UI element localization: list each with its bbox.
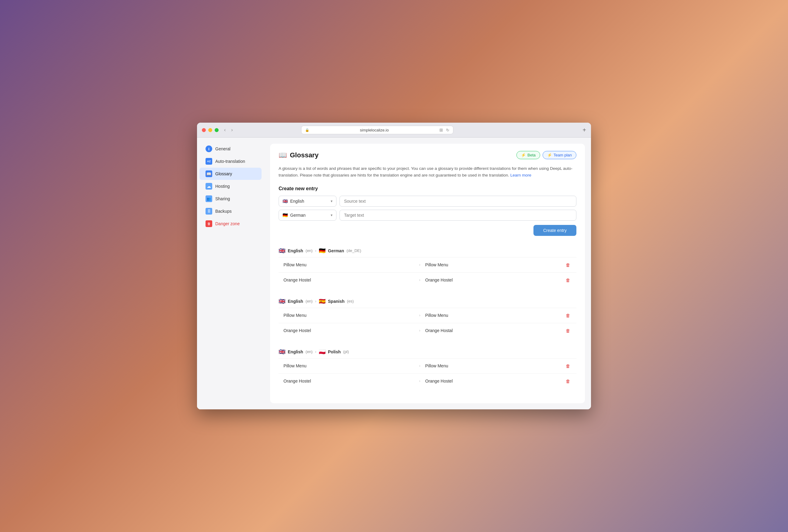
- entry-target-1-1: Orange Hostal: [425, 328, 561, 333]
- target-text-input[interactable]: [339, 210, 576, 221]
- entry-row-1-0: Pillow Menu › Pillow Menu 🗑: [279, 308, 576, 323]
- sidebar-label-hosting: Hosting: [215, 184, 230, 189]
- sidebar-item-sharing[interactable]: 👥 Sharing: [199, 193, 261, 205]
- source-text-input[interactable]: [339, 196, 576, 207]
- source-chevron-icon: ▾: [331, 199, 333, 203]
- target-chevron-icon: ▾: [331, 213, 333, 217]
- delete-entry-button-0-0[interactable]: 🗑: [565, 261, 572, 269]
- source-lang-name-0: English: [288, 248, 303, 253]
- entry-target-0-1: Orange Hostel: [425, 278, 561, 283]
- new-tab-button[interactable]: +: [583, 127, 586, 134]
- target-language-select[interactable]: 🇩🇪 German ▾: [279, 210, 336, 221]
- sidebar-item-general[interactable]: i General: [199, 143, 261, 155]
- entry-row-2-0: Pillow Menu › Pillow Menu 🗑: [279, 358, 576, 373]
- source-flag-0: 🇬🇧: [279, 247, 285, 254]
- entry-arrow-1-1: ›: [419, 328, 420, 333]
- entry-arrow-0-0: ›: [419, 263, 420, 267]
- delete-entry-button-2-1[interactable]: 🗑: [565, 377, 572, 385]
- sidebar-label-auto-translation: Auto-translation: [215, 159, 245, 164]
- sidebar-label-sharing: Sharing: [215, 196, 230, 201]
- source-language-label: English: [290, 199, 304, 204]
- source-lang-code-0: (en): [306, 248, 313, 253]
- sidebar-item-danger-zone[interactable]: 🗑 Danger zone: [199, 218, 261, 230]
- entry-source-2-1: Orange Hostel: [283, 378, 419, 384]
- entry-arrow-2-0: ›: [419, 364, 420, 368]
- pair-header-0: 🇬🇧 English (en) › 🇩🇪 German (de_DE): [279, 244, 576, 257]
- source-language-select[interactable]: 🇬🇧 English ▾: [279, 196, 336, 207]
- team-icon: ⚡: [547, 153, 552, 157]
- glossary-pair-0: 🇬🇧 English (en) › 🇩🇪 German (de_DE) Pill…: [279, 244, 576, 288]
- target-flag: 🇩🇪: [282, 213, 288, 218]
- delete-entry-button-1-0[interactable]: 🗑: [565, 312, 572, 319]
- main-content: 📖 Glossary ⚡ Beta ⚡ Team plan: [264, 138, 591, 409]
- entry-source-2-0: Pillow Menu: [283, 363, 419, 368]
- page-icon: 📖: [279, 151, 287, 159]
- nav-buttons: ‹ ›: [222, 127, 235, 133]
- entry-target-1-0: Pillow Menu: [425, 313, 561, 318]
- target-lang-name-0: German: [328, 248, 344, 253]
- maximize-button[interactable]: [215, 128, 219, 132]
- traffic-lights: [202, 128, 219, 132]
- entry-row-0-0: Pillow Menu › Pillow Menu 🗑: [279, 257, 576, 272]
- target-row: 🇩🇪 German ▾: [279, 210, 576, 221]
- sidebar-item-hosting[interactable]: ☁ Hosting: [199, 180, 261, 192]
- source-flag-2: 🇬🇧: [279, 348, 285, 355]
- minimize-button[interactable]: [208, 128, 212, 132]
- entry-target-2-0: Pillow Menu: [425, 363, 561, 368]
- page-title: Glossary: [290, 151, 318, 159]
- backups-icon: 🗄: [205, 208, 212, 214]
- entry-source-0-0: Pillow Menu: [283, 262, 419, 267]
- source-lang-code-1: (en): [306, 299, 313, 303]
- entry-row-2-1: Orange Hostel › Orange Hostel 🗑: [279, 373, 576, 389]
- translate-icon: ⊞: [439, 127, 443, 132]
- lock-icon: 🔒: [305, 128, 309, 132]
- sidebar-label-general: General: [215, 146, 231, 151]
- entry-target-0-0: Pillow Menu: [425, 262, 561, 267]
- hosting-icon: ☁: [205, 183, 212, 190]
- arrow-icon-2: ›: [315, 349, 316, 354]
- page-title-group: 📖 Glossary: [279, 151, 318, 159]
- danger-icon: 🗑: [205, 220, 212, 227]
- delete-entry-button-0-1[interactable]: 🗑: [565, 277, 572, 284]
- create-entry-button[interactable]: Create entry: [533, 225, 576, 236]
- refresh-icon[interactable]: ↻: [446, 128, 449, 132]
- delete-entry-button-1-1[interactable]: 🗑: [565, 327, 572, 334]
- auto-translation-icon: AZ: [205, 158, 212, 165]
- target-lang-code-0: (de_DE): [347, 248, 361, 253]
- url-text: simplelocalize.io: [311, 128, 437, 132]
- learn-more-link[interactable]: Learn more: [510, 173, 531, 178]
- close-button[interactable]: [202, 128, 206, 132]
- target-flag-0: 🇩🇪: [319, 247, 326, 254]
- sharing-icon: 👥: [205, 196, 212, 202]
- sidebar-item-auto-translation[interactable]: AZ Auto-translation: [199, 155, 261, 167]
- entry-source-0-1: Orange Hostel: [283, 278, 419, 283]
- beta-icon: ⚡: [521, 153, 526, 157]
- sidebar-label-danger-zone: Danger zone: [215, 221, 240, 226]
- sidebar-item-backups[interactable]: 🗄 Backups: [199, 205, 261, 217]
- source-lang-code-2: (en): [306, 349, 313, 354]
- address-bar[interactable]: 🔒 simplelocalize.io ⊞ ↻: [301, 126, 453, 134]
- entry-row-1-1: Orange Hostel › Orange Hostal 🗑: [279, 323, 576, 338]
- sidebar-item-glossary[interactable]: 📖 Glossary: [199, 168, 261, 180]
- entry-source-1-1: Orange Hostel: [283, 328, 419, 333]
- source-flag: 🇬🇧: [282, 199, 288, 204]
- sidebar-label-backups: Backups: [215, 209, 232, 214]
- source-lang-name-2: English: [288, 349, 303, 354]
- arrow-icon-0: ›: [315, 248, 316, 253]
- target-lang-code-1: (es): [347, 299, 354, 303]
- entry-form: 🇬🇧 English ▾ 🇩🇪 German ▾: [279, 196, 576, 236]
- glossary-list: 🇬🇧 English (en) › 🇩🇪 German (de_DE) Pill…: [279, 244, 576, 389]
- entry-arrow-1-0: ›: [419, 313, 420, 318]
- beta-badge: ⚡ Beta: [516, 151, 540, 159]
- sidebar: i General AZ Auto-translation 📖 Glossary…: [197, 138, 264, 409]
- target-flag-1: 🇪🇸: [319, 298, 326, 305]
- forward-button[interactable]: ›: [229, 127, 234, 133]
- delete-entry-button-2-0[interactable]: 🗑: [565, 362, 572, 370]
- glossary-pair-1: 🇬🇧 English (en) › 🇪🇸 Spanish (es) Pillow…: [279, 295, 576, 338]
- create-section-title: Create new entry: [279, 186, 576, 191]
- content-panel: 📖 Glossary ⚡ Beta ⚡ Team plan: [270, 144, 585, 403]
- glossary-pair-2: 🇬🇧 English (en) › 🇵🇱 Polish (pl) Pillow …: [279, 345, 576, 389]
- back-button[interactable]: ‹: [222, 127, 228, 133]
- sidebar-label-glossary: Glossary: [215, 171, 232, 176]
- header-badges: ⚡ Beta ⚡ Team plan: [516, 151, 576, 159]
